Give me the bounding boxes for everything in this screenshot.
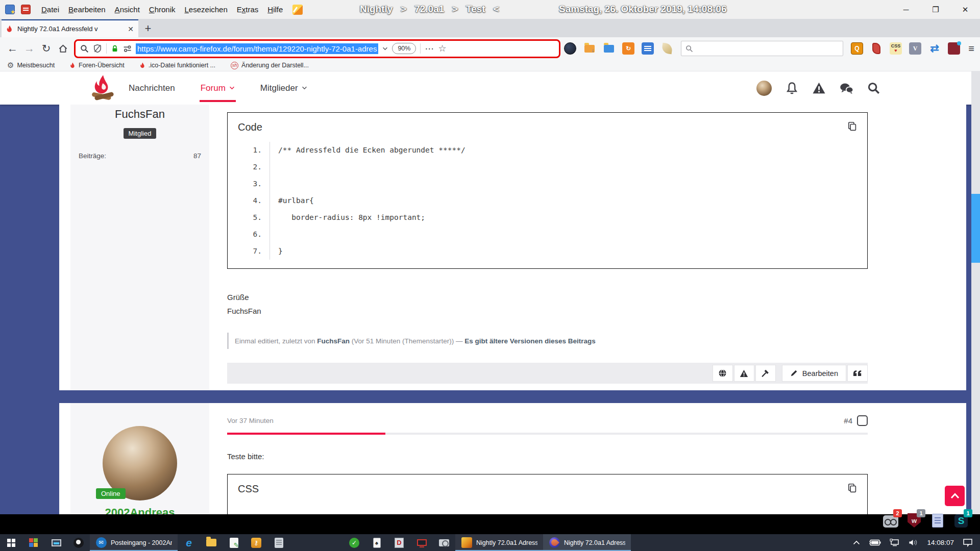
bookmark-meistbesucht[interactable]: ⚙ Meistbesucht — [7, 61, 55, 70]
bookmark-ico-datei[interactable]: .ico-Datei funktioniert ... — [140, 62, 215, 69]
ext-v-icon[interactable]: V — [908, 41, 923, 56]
post-number[interactable]: #4 — [844, 416, 852, 425]
ext-blocks-icon[interactable] — [946, 41, 962, 56]
ext-list-icon[interactable] — [640, 41, 655, 56]
active-tab[interactable]: Nightly 72.0a1 Adressfeld v ✕ — [2, 19, 138, 37]
menu-chronik[interactable]: Chronik — [144, 5, 180, 14]
tracking-shield-disabled-icon[interactable] — [93, 44, 102, 53]
page-actions-icon[interactable]: ⋯ — [425, 43, 434, 54]
code-lines[interactable]: 1./** Adressfeld die Ecken abgerundet **… — [238, 142, 857, 260]
url-bar[interactable]: https://www.camp-firefox.de/forum/thema/… — [74, 39, 560, 58]
zoom-level-button[interactable]: 90% — [392, 43, 416, 54]
ext-blue-folder-icon[interactable] — [601, 41, 617, 56]
ext-sync-orange-icon[interactable]: ↻ — [621, 41, 636, 56]
task-firefox-nightly[interactable]: Nightly 72.0a1 Adress... — [543, 534, 631, 551]
action-center-icon[interactable] — [963, 538, 973, 547]
taskbar-redmonitor-icon[interactable] — [410, 534, 433, 551]
menu-bearbeiten[interactable]: Bearbeiten — [64, 5, 110, 14]
edit-note-author-link[interactable]: FuchsFan — [317, 337, 350, 345]
nav-mitglieder[interactable]: Mitglieder — [260, 71, 307, 105]
menu-datei[interactable]: Datei — [37, 5, 64, 14]
nav-forum[interactable]: Forum — [201, 71, 235, 105]
taskbar-camera-icon[interactable] — [433, 534, 455, 551]
campfire-logo[interactable] — [90, 74, 116, 102]
nav-nachrichten[interactable]: Nachrichten — [129, 71, 175, 105]
conversations-chat-icon[interactable] — [840, 82, 853, 94]
scroll-to-top-button[interactable] — [945, 486, 965, 506]
back-button[interactable]: ← — [4, 40, 21, 57]
taskbar-notes-icon[interactable] — [267, 534, 290, 551]
user-avatar[interactable] — [756, 81, 772, 96]
taskbar-clock[interactable]: 14:08:07 — [927, 539, 954, 546]
forward-button[interactable]: → — [21, 40, 38, 57]
app-menu-icon[interactable]: ≡ — [964, 43, 979, 55]
taskbar-solitaire-icon[interactable]: ♠ — [365, 534, 388, 551]
bookmark-aenderung[interactable]: sh Änderung der Darstell... — [231, 62, 309, 69]
taskbar-colorcube-icon[interactable] — [22, 534, 45, 551]
author-name[interactable]: FuchsFan — [70, 108, 209, 121]
document-tray-icon[interactable] — [930, 511, 945, 528]
taskbar-keepass-icon[interactable]: ⚷ — [245, 534, 267, 551]
start-button[interactable] — [0, 534, 22, 551]
ext-globe-icon[interactable] — [562, 41, 578, 56]
bookmark-foren-uebersicht[interactable]: Foren-Übersicht — [70, 62, 125, 69]
share-globe-button[interactable] — [713, 365, 733, 382]
shield-tray-icon[interactable]: w 1 — [906, 511, 922, 528]
search-bar[interactable] — [681, 41, 843, 56]
report-button[interactable] — [734, 365, 754, 382]
new-tab-button[interactable]: + — [138, 19, 158, 37]
taskbar-explorer-icon[interactable] — [200, 534, 223, 551]
ext-image-search-icon[interactable]: Q — [849, 41, 865, 56]
menu-hilfe[interactable]: Hilfe — [263, 5, 287, 14]
home-button[interactable] — [55, 40, 71, 57]
minimize-button[interactable]: ─ — [891, 0, 921, 19]
post-timestamp[interactable]: Vor 37 Minuten — [227, 417, 868, 424]
url-input[interactable]: https://www.camp-firefox.de/forum/thema/… — [136, 43, 378, 54]
reload-button[interactable]: ↻ — [38, 40, 55, 57]
bookmark-star-icon[interactable]: ☆ — [438, 43, 446, 54]
camera-tray-icon[interactable]: 2 — [883, 511, 898, 528]
older-versions-link[interactable]: Es gibt ältere Versionen dieses Beitrags — [464, 337, 596, 345]
moderation-warning-icon[interactable] — [812, 82, 826, 94]
quote-button[interactable] — [847, 365, 868, 382]
site-search-icon[interactable] — [867, 82, 880, 94]
permissions-icon[interactable] — [123, 45, 132, 53]
tab-close-icon[interactable]: ✕ — [128, 25, 134, 33]
ext-sync-arrows-icon[interactable]: ⇄ — [927, 41, 942, 56]
urlbar-dropdown-chevron-icon[interactable] — [382, 47, 388, 51]
https-lock-icon[interactable] — [111, 44, 119, 53]
taskbar-monitor-chart-icon[interactable] — [45, 534, 67, 551]
marker-pencil-icon[interactable] — [292, 5, 303, 15]
task-thunderbird[interactable]: ✉ Posteingang - 2002An... — [90, 534, 178, 551]
menu-extras[interactable]: Extras — [232, 5, 263, 14]
close-button[interactable]: ✕ — [950, 0, 980, 19]
taskbar-photos-icon[interactable] — [67, 534, 90, 551]
tray-chevron-up-icon[interactable] — [853, 540, 860, 545]
scrollbar-thumb[interactable] — [971, 194, 980, 263]
taskbar-greencheck-icon[interactable]: ✓ — [343, 534, 365, 551]
header-user-tools — [756, 71, 880, 105]
taskbar-notepad-icon[interactable] — [223, 534, 245, 551]
ext-feather-icon[interactable] — [659, 41, 675, 56]
restore-button[interactable]: ❐ — [921, 0, 950, 19]
taskbar-d-icon[interactable]: D — [388, 534, 410, 551]
copy-icon[interactable] — [847, 121, 857, 131]
menu-ansicht[interactable]: Ansicht — [110, 5, 144, 14]
ext-downloads-folder-icon[interactable] — [582, 41, 597, 56]
edit-button[interactable]: Bearbeiten — [782, 365, 846, 382]
network-icon[interactable] — [890, 539, 900, 546]
taskbar-edge-icon[interactable]: e — [178, 534, 200, 551]
page-scrollbar[interactable] — [971, 71, 980, 514]
moderation-button[interactable] — [755, 365, 776, 382]
post-select-checkbox[interactable] — [857, 415, 868, 426]
ext-css-sticker-icon[interactable]: CSS♥ — [888, 41, 903, 56]
speaker-icon[interactable] — [909, 539, 918, 546]
notifications-bell-icon[interactable] — [786, 82, 798, 95]
copy-icon[interactable] — [847, 483, 857, 493]
task-irfanview[interactable]: Nightly 72.0a1 Adress... — [455, 534, 543, 551]
skype-tray-icon[interactable]: S 1 — [953, 511, 969, 528]
ext-stylish-scroll-icon[interactable] — [869, 41, 884, 56]
battery-icon[interactable] — [869, 539, 881, 546]
menu-lesezeichen[interactable]: Lesezeichen — [180, 5, 232, 14]
author-name[interactable]: 2002Andreas — [70, 506, 209, 514]
